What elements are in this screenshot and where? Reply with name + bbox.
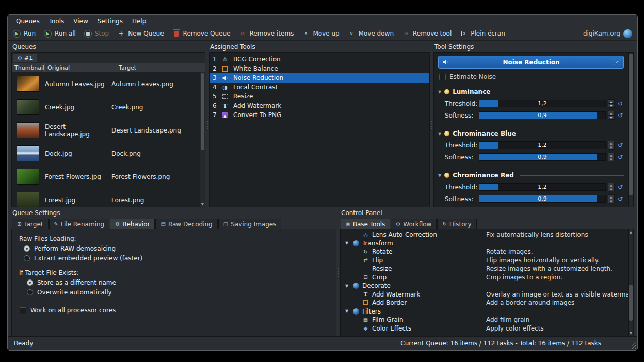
reset-icon[interactable]: ↺ [617, 100, 624, 107]
assigned-tool-white-balance[interactable]: 2 White Balance [210, 64, 429, 73]
softness-slider[interactable]: 0,9 [479, 153, 606, 161]
move-up-button[interactable]: ∧ Move up [302, 30, 339, 38]
assigned-tool-add-watermark[interactable]: 6 T Add Watermark [210, 101, 429, 110]
tab-saving-images[interactable]: ◫ Saving Images [218, 219, 282, 229]
run-all-button[interactable]: ▶ Run all [44, 30, 76, 38]
table-row[interactable]: Forest.jpg Forest.png [12, 188, 205, 207]
group-transform[interactable]: ▼ Transform [341, 239, 633, 248]
table-row[interactable]: Desert Landscape.jpg Desert Landscape.pn… [12, 119, 205, 142]
stop-button[interactable]: ■ Stop [84, 30, 109, 38]
radio-perform-raw-demosaicing[interactable]: Perform RAW demosaicing [24, 245, 329, 252]
table-row[interactable]: Creek.jpg Creek.png [12, 95, 205, 119]
reset-icon[interactable]: ↺ [617, 154, 624, 161]
tab-history[interactable]: ↻ History [437, 219, 476, 229]
tab-behavior[interactable]: ⚙ Behavior [110, 219, 155, 229]
tool-settings-scrollbar[interactable] [628, 53, 633, 207]
table-row[interactable]: Dock.jpg Dock.png [12, 142, 205, 165]
column-original[interactable]: Original [45, 63, 116, 72]
menu-help[interactable]: Help [128, 16, 150, 26]
checkbox-all-processor-cores[interactable]: Work on all processor cores [20, 307, 329, 314]
luminance-header[interactable]: ▼ Luminance [438, 87, 624, 97]
radio-overwrite-automatically[interactable]: Overwrite automatically [27, 289, 329, 296]
column-target[interactable]: Target [116, 63, 205, 72]
tool-resize[interactable]: Resize Resize images with a customized l… [341, 265, 633, 273]
softness-spinner[interactable]: ▲▼ [608, 111, 615, 120]
move-down-button[interactable]: ∨ Move down [348, 30, 394, 38]
radio-icon[interactable] [24, 245, 30, 252]
group-filters[interactable]: ▼ Filters [341, 307, 633, 316]
column-thumbnail[interactable]: Thumbnail [12, 63, 45, 72]
assigned-tool-noise-reduction[interactable]: 3 Noise Reduction [210, 73, 429, 83]
fullscreen-button[interactable]: Plein écran [460, 30, 505, 38]
control-panel-scrollbar[interactable]: ▲ ▼ [628, 229, 633, 336]
globe-icon[interactable] [623, 29, 632, 38]
resize-grip[interactable] [630, 342, 636, 349]
assigned-tool-bcg-correction[interactable]: 1 ☼ BCG Correction [210, 55, 429, 64]
softness-slider[interactable]: 0,9 [479, 111, 606, 119]
table-row[interactable]: Forest Flowers.jpg Forest Flowers.png [12, 165, 205, 188]
group-decorate[interactable]: ▼ Decorate [341, 282, 633, 290]
queues-scrollbar[interactable]: ▼ [200, 72, 205, 207]
tool-add-watermark[interactable]: T Add Watermark Overlay an image or text… [341, 290, 633, 299]
radio-icon[interactable] [27, 289, 33, 295]
tool-lens-auto-correction[interactable]: ◎ Lens Auto-Correction Fix automatically… [341, 231, 633, 239]
checkbox-icon[interactable] [20, 307, 26, 314]
remove-tool-button[interactable]: ⊘ Remove tool [402, 30, 452, 38]
tool-crop[interactable]: ⊡ Crop Crop images to a region. [341, 273, 633, 282]
softness-spinner[interactable]: ▲▼ [608, 194, 615, 203]
tab-base-tools[interactable]: ◉ Base Tools [341, 219, 390, 229]
queue-tab-1[interactable]: ⚙ #1 [13, 54, 37, 62]
splitter[interactable] [336, 208, 340, 336]
new-queue-button[interactable]: + New Queue [117, 30, 164, 38]
tool-film-grain[interactable]: ▦ Film Grain Add film grain [341, 316, 633, 324]
assigned-tool-convert-to-png[interactable]: 7 ▲ Convert To PNG [210, 110, 429, 120]
table-row[interactable]: Autumn Leaves.jpg Autumn Leaves.png [12, 72, 205, 95]
tool-add-border[interactable]: Add Border Add a border around images [341, 299, 633, 307]
reset-icon[interactable]: ↺ [617, 112, 624, 119]
assigned-tool-local-contrast[interactable]: 4 ◑ Local Contrast [210, 83, 429, 92]
softness-slider[interactable]: 0,9 [479, 195, 606, 203]
detach-icon[interactable]: ↗ [614, 59, 620, 65]
reset-icon[interactable]: ↺ [617, 142, 624, 149]
control-panel-scrollbar-thumb[interactable] [629, 285, 633, 321]
splitter[interactable] [205, 42, 209, 207]
threshold-slider[interactable]: 1,2 [479, 100, 606, 107]
tool-rotate[interactable]: ↻ Rotate Rotate images. [341, 248, 633, 256]
tab-raw-decoding[interactable]: ▤ Raw Decoding [155, 219, 217, 229]
menu-tools[interactable]: Tools [45, 16, 69, 26]
radio-icon[interactable] [24, 255, 30, 261]
estimate-noise-checkbox-row[interactable]: Estimate Noise [439, 73, 624, 80]
scroll-down-icon[interactable]: ▼ [629, 331, 633, 335]
radio-extract-embedded-preview[interactable]: Extract embedded preview (faster) [24, 255, 329, 262]
threshold-slider[interactable]: 1,2 [479, 183, 606, 191]
menu-settings[interactable]: Settings [93, 16, 127, 26]
menu-queues[interactable]: Queues [12, 16, 44, 26]
radio-icon[interactable] [27, 279, 33, 286]
threshold-spinner[interactable]: ▲▼ [608, 183, 615, 191]
chrominance-red-header[interactable]: ▼ Chrominance Red [438, 170, 624, 180]
radio-store-different-name[interactable]: Store as a different name [27, 279, 329, 286]
assigned-tool-resize[interactable]: 5 Resize [210, 92, 429, 101]
threshold-spinner[interactable]: ▲▼ [608, 99, 615, 108]
run-button[interactable]: ▶ Run [13, 30, 36, 38]
reset-icon[interactable]: ↺ [617, 195, 624, 203]
tool-color-effects[interactable]: ◆ Color Effects Apply color effects [341, 324, 633, 333]
remove-items-button[interactable]: ⊘ Remove items [239, 30, 294, 38]
splitter[interactable] [430, 42, 433, 207]
tool-settings-scrollbar-thumb[interactable] [629, 54, 633, 195]
remove-queue-button[interactable]: Remove Queue [172, 30, 231, 38]
chrominance-blue-header[interactable]: ▼ Chrominance Blue [438, 128, 624, 139]
estimate-noise-checkbox[interactable] [439, 74, 446, 80]
threshold-slider[interactable]: 1,2 [479, 141, 606, 149]
tab-file-renaming[interactable]: ✎ File Renaming [49, 219, 110, 229]
tab-target[interactable]: ⊞ Target [12, 219, 49, 229]
scroll-down-icon[interactable]: ▼ [200, 202, 205, 206]
threshold-spinner[interactable]: ▲▼ [608, 141, 615, 150]
scroll-up-icon[interactable]: ▲ [629, 230, 633, 234]
tool-flip[interactable]: ⇄ Flip Flip images horizontally or verti… [341, 256, 633, 265]
queues-scrollbar-thumb[interactable] [201, 73, 204, 150]
softness-spinner[interactable]: ▲▼ [608, 153, 615, 161]
tab-workflow[interactable]: ⚙ Workflow [391, 219, 437, 229]
reset-icon[interactable]: ↺ [617, 184, 624, 191]
menu-view[interactable]: View [69, 16, 92, 26]
